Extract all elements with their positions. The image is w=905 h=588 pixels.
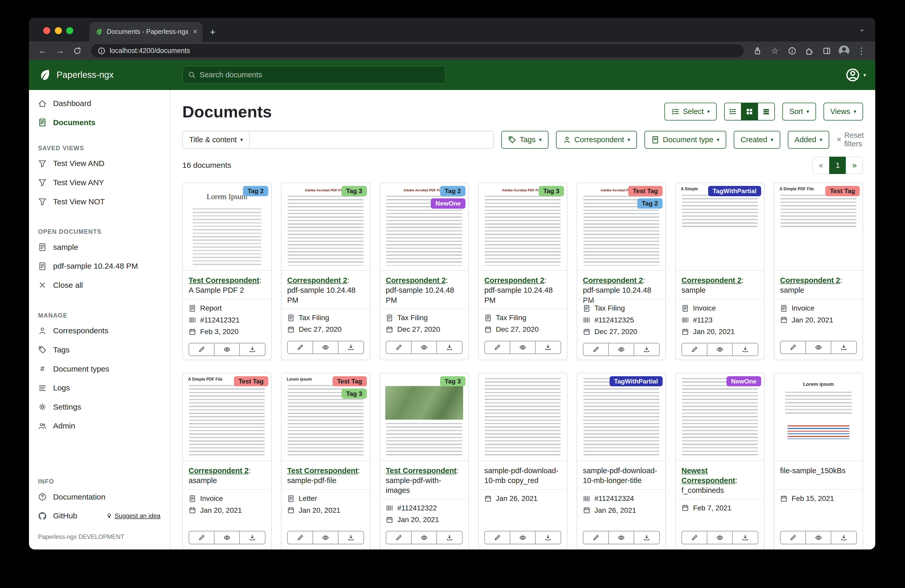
suggest-idea-link[interactable]: Suggest an idea [106,512,161,520]
correspondent-link[interactable]: Correspondent 2 [484,276,545,284]
site-info-icon[interactable] [98,47,106,55]
menu-kebab-icon[interactable]: ⋮ [854,44,868,58]
document-card[interactable]: sample-pdf-download-10-mb copy_red Jan 2… [478,373,567,550]
edit-button[interactable] [386,341,411,354]
title-content-filter-input[interactable] [250,131,494,149]
sidebar-item-tags[interactable]: Tags [29,340,170,360]
correspondent-link[interactable]: Correspondent 2 [780,276,840,284]
document-card[interactable]: A Simple PDF File Test Tag Correspondent… [774,182,863,360]
sidebar-item-saved-view-and[interactable]: Test View AND [29,154,170,173]
correspondent-link[interactable]: Newest Correspondent [681,466,735,485]
tag-badge[interactable]: NewOne [431,198,465,208]
edit-button[interactable] [189,531,214,544]
download-button[interactable] [239,531,265,544]
edit-button[interactable] [780,341,806,354]
view-button[interactable] [510,341,535,354]
document-thumbnail[interactable]: Lorem ipsum Test TagTag 3 [281,373,370,461]
select-button[interactable]: Select ▾ [664,103,717,120]
sidebar-item-documents[interactable]: Documents [29,113,170,132]
sidebar-item-dashboard[interactable]: Dashboard [29,94,170,113]
sidebar-item-document-types[interactable]: # Document types [29,360,170,379]
edit-button[interactable] [583,343,609,356]
document-thumbnail[interactable]: Adobe Acrobat PDF Files Test TagTag 2 [577,183,665,271]
document-thumbnail[interactable]: A Simple TagWithPartial [676,183,764,271]
view-button[interactable] [510,531,535,544]
view-detail-button[interactable] [757,103,775,120]
page-number-button[interactable]: 1 [829,157,846,174]
document-card[interactable]: Adobe Acrobat PDF Files Tag 3 Correspond… [478,182,567,360]
view-button[interactable] [608,531,634,544]
download-button[interactable] [634,343,659,356]
document-card[interactable]: Lorem ipsum file-sample_150kBs Feb 15, 2… [774,373,863,550]
document-card[interactable]: A Simple TagWithPartial Correspondent 2:… [675,182,765,360]
document-thumbnail[interactable]: NewOne [676,373,764,461]
download-button[interactable] [732,343,758,356]
sidebar-item-close-all[interactable]: Close all [29,276,170,295]
download-button[interactable] [338,531,364,544]
tag-badge[interactable]: Tag 2 [243,186,268,196]
view-button[interactable] [411,531,437,544]
view-button[interactable] [805,341,831,354]
view-grid-button[interactable] [741,103,758,120]
sidebar-item-saved-view-not[interactable]: Test View NOT [29,192,170,211]
document-thumbnail[interactable]: A Simple PDF File Test Tag [774,183,862,271]
previous-page-button[interactable]: « [812,157,830,174]
view-button[interactable] [805,531,831,544]
document-type-filter-button[interactable]: Document type ▾ [645,131,726,149]
address-bar[interactable]: localhost:4200/documents [91,44,743,57]
tag-badge[interactable]: Test Tag [332,376,367,386]
sidebar-item-saved-view-any[interactable]: Test View ANY [29,173,170,192]
document-thumbnail[interactable]: Tag 3 [380,373,468,461]
browser-tab[interactable]: Documents - Paperless-ngx × [89,22,203,42]
global-search[interactable] [183,66,446,84]
edit-button[interactable] [287,341,313,354]
edit-button[interactable] [780,531,806,544]
download-button[interactable] [732,531,758,544]
sidebar-item-open-doc-sample[interactable]: sample [29,238,170,257]
edit-button[interactable] [681,343,707,356]
tag-badge[interactable]: Test Tag [825,186,860,196]
tag-badge[interactable]: TagWithPartial [610,376,662,386]
correspondent-link[interactable]: Correspondent 2 [681,276,741,284]
edit-button[interactable] [287,531,313,544]
correspondent-link[interactable]: Test Correspondent [189,276,259,284]
download-button[interactable] [634,531,659,544]
reload-icon[interactable] [70,44,84,58]
close-window-button[interactable] [43,27,50,34]
next-page-button[interactable]: » [846,157,863,174]
document-card[interactable]: Adobe Acrobat PDF Files Tag 3 Correspond… [281,182,370,360]
download-button[interactable] [239,343,265,356]
view-list-button[interactable] [724,103,741,120]
download-button[interactable] [831,531,857,544]
added-filter-button[interactable]: Added ▾ [788,131,829,149]
document-thumbnail[interactable]: TagWithPartial [577,373,665,461]
correspondent-link[interactable]: Test Correspondent [287,466,358,475]
edit-button[interactable] [484,531,510,544]
sidebar-item-open-doc-pdf-sample[interactable]: pdf-sample 10.24.48 PM [29,257,170,276]
document-thumbnail[interactable]: Adobe Acrobat PDF Files Tag 3 [479,183,567,271]
title-content-dropdown[interactable]: Title & content ▾ [183,131,250,149]
document-card[interactable]: Lorem Ipsum Tag 2 Test Correspondent: A … [183,182,272,360]
view-button[interactable] [214,531,240,544]
sort-button[interactable]: Sort ▾ [782,103,816,120]
sidebar-item-documentation[interactable]: Documentation [29,487,170,507]
tag-badge[interactable]: Tag 3 [440,376,465,386]
tags-filter-button[interactable]: Tags ▾ [502,131,548,149]
document-thumbnail[interactable]: Lorem Ipsum Tag 2 [183,183,271,271]
view-button[interactable] [608,343,634,356]
sidebar-item-admin[interactable]: Admin [29,416,170,436]
tag-badge[interactable]: Test Tag [234,376,268,386]
share-icon[interactable] [751,44,765,58]
back-icon[interactable]: ← [36,44,50,58]
edit-button[interactable] [484,341,510,354]
document-thumbnail[interactable]: Adobe Acrobat PDF Files Tag 3 [281,183,370,271]
bookmark-star-icon[interactable]: ☆ [768,44,782,58]
correspondent-link[interactable]: Correspondent 2 [189,466,249,475]
brand[interactable]: Paperless-ngx [38,68,183,81]
correspondent-link[interactable]: Test Correspondent [386,466,456,475]
extensions-puzzle-icon[interactable] [803,44,816,58]
browser-info-icon[interactable] [785,44,799,58]
document-card[interactable]: A Simple PDF File Test Tag Correspondent… [183,373,272,550]
profile-avatar-icon[interactable] [837,44,851,58]
tag-badge[interactable]: Tag 2 [637,198,662,208]
